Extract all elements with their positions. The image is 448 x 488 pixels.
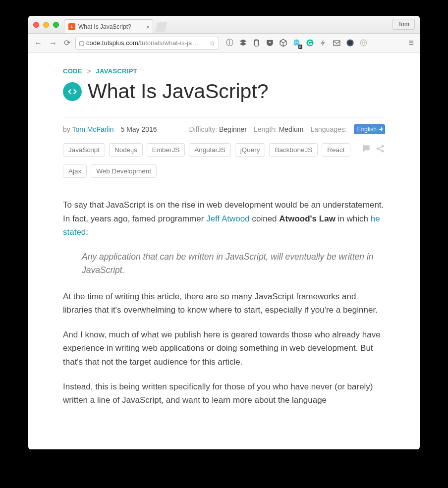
extensions-row: ⓘ 8 bbox=[225, 39, 403, 48]
address-bar[interactable]: ▢ code.tutsplus.com/tutorials/what-is-ja… bbox=[75, 37, 219, 50]
evernote-icon[interactable] bbox=[252, 39, 261, 48]
svg-point-2 bbox=[306, 39, 313, 46]
by-label: by bbox=[63, 125, 70, 133]
crumb-sep: > bbox=[87, 67, 91, 75]
comment-icon[interactable] bbox=[361, 144, 371, 156]
menu-button[interactable]: ≡ bbox=[406, 36, 416, 50]
url-text: code.tutsplus.com/tutorials/what-is-ja… bbox=[86, 39, 207, 47]
publish-date: 5 May 2016 bbox=[120, 125, 157, 133]
reload-button[interactable]: ⟳ bbox=[62, 36, 72, 50]
paragraph: Instead, this is being written specifica… bbox=[63, 380, 385, 407]
language-select[interactable]: English ▴▾ bbox=[354, 124, 385, 134]
article-meta: by Tom McFarlin 5 May 2016 Difficulty: B… bbox=[63, 124, 385, 134]
length-value: Medium bbox=[279, 125, 304, 133]
buffer-icon[interactable] bbox=[238, 39, 247, 48]
forward-button[interactable]: → bbox=[47, 37, 59, 50]
tag-row: JavaScript Node.js EmberJS AngularJS jQu… bbox=[63, 143, 385, 178]
tag[interactable]: Ajax bbox=[63, 164, 87, 178]
browser-toolbar: ← → ⟳ ▢ code.tutsplus.com/tutorials/what… bbox=[28, 34, 420, 53]
pocket-icon[interactable] bbox=[265, 39, 274, 48]
url-path: /tutorials/what-is-ja… bbox=[138, 39, 198, 47]
difficulty: Difficulty: Beginner bbox=[189, 125, 247, 133]
grammarly-icon[interactable] bbox=[305, 39, 314, 48]
paragraph: To say that JavaScript is on the rise in… bbox=[63, 198, 385, 239]
lightning-icon[interactable] bbox=[319, 39, 328, 48]
url-host: code.tutsplus.com bbox=[86, 39, 138, 47]
firefox-icon[interactable] bbox=[345, 39, 354, 48]
languages: Languages: bbox=[310, 125, 346, 133]
crumb-code[interactable]: CODE bbox=[63, 67, 82, 75]
bookmark-star-icon[interactable]: ☆ bbox=[209, 39, 216, 47]
minimize-window-button[interactable] bbox=[43, 22, 49, 28]
window-titlebar: + What Is JavaScript? × Tom bbox=[28, 16, 420, 34]
browser-tab[interactable]: + What Is JavaScript? × bbox=[64, 19, 153, 33]
language-value: English bbox=[357, 126, 377, 133]
profile-button[interactable]: Tom bbox=[392, 19, 415, 30]
difficulty-label: Difficulty: bbox=[189, 125, 218, 133]
new-tab-button[interactable] bbox=[155, 22, 167, 32]
globe-icon[interactable] bbox=[359, 39, 368, 48]
tag[interactable]: React bbox=[322, 143, 350, 157]
title-row: What Is JavaScript? bbox=[63, 80, 385, 103]
page-title: What Is JavaScript? bbox=[88, 80, 269, 103]
difficulty-value: Beginner bbox=[219, 125, 247, 133]
svg-point-0 bbox=[295, 42, 296, 43]
author-link[interactable]: Tom McFarlin bbox=[72, 125, 113, 133]
tag[interactable]: BackboneJS bbox=[269, 143, 318, 157]
length-label: Length: bbox=[254, 125, 277, 133]
info-icon[interactable]: ⓘ bbox=[225, 39, 234, 48]
tab-title: What Is JavaScript? bbox=[78, 23, 131, 30]
category-code-icon bbox=[63, 82, 82, 101]
breadcrumb: CODE > JAVASCRIPT bbox=[63, 67, 385, 75]
mail-icon[interactable] bbox=[332, 39, 341, 48]
tab-favicon: + bbox=[68, 23, 75, 30]
page-content: CODE > JAVASCRIPT What Is JavaScript? by… bbox=[28, 53, 420, 449]
ghost-icon[interactable]: 8 bbox=[292, 39, 301, 48]
chevron-updown-icon: ▴▾ bbox=[381, 126, 383, 131]
languages-label: Languages: bbox=[310, 125, 346, 133]
length: Length: Medium bbox=[254, 125, 303, 133]
byline: by Tom McFarlin bbox=[63, 125, 113, 133]
paragraph: At the time of writing this article, the… bbox=[63, 290, 385, 317]
link-jeff-atwood[interactable]: Jeff Atwood bbox=[206, 214, 250, 223]
cube-icon[interactable] bbox=[279, 39, 287, 48]
badge-count: 8 bbox=[298, 45, 302, 49]
tag[interactable]: AngularJS bbox=[189, 143, 230, 157]
svg-point-1 bbox=[297, 42, 298, 43]
tag[interactable]: EmberJS bbox=[147, 143, 185, 157]
blockquote: Any application that can be written in J… bbox=[82, 250, 385, 277]
traffic-lights bbox=[33, 22, 59, 28]
tag[interactable]: JavaScript bbox=[63, 143, 105, 157]
tab-strip: + What Is JavaScript? × bbox=[64, 16, 167, 33]
site-info-icon[interactable]: ▢ bbox=[79, 40, 84, 47]
svg-point-5 bbox=[348, 41, 352, 45]
tag[interactable]: Web Development bbox=[91, 164, 157, 178]
atwoods-law: Atwood's Law bbox=[279, 214, 336, 223]
tag[interactable]: jQuery bbox=[235, 143, 266, 157]
tab-close-icon[interactable]: × bbox=[146, 23, 150, 30]
crumb-javascript[interactable]: JAVASCRIPT bbox=[96, 67, 137, 75]
tag[interactable]: Node.js bbox=[109, 143, 143, 157]
article-body: To say that JavaScript is on the rise in… bbox=[63, 198, 385, 407]
share-icon[interactable] bbox=[375, 144, 385, 156]
browser-window: + What Is JavaScript? × Tom ← → ⟳ ▢ code… bbox=[28, 16, 420, 449]
back-button[interactable]: ← bbox=[32, 37, 44, 50]
zoom-window-button[interactable] bbox=[53, 22, 59, 28]
divider bbox=[63, 117, 385, 117]
close-window-button[interactable] bbox=[33, 22, 39, 28]
tag-actions bbox=[361, 144, 385, 156]
paragraph: And I know, much of what we publish here… bbox=[63, 328, 385, 369]
divider bbox=[63, 188, 385, 188]
